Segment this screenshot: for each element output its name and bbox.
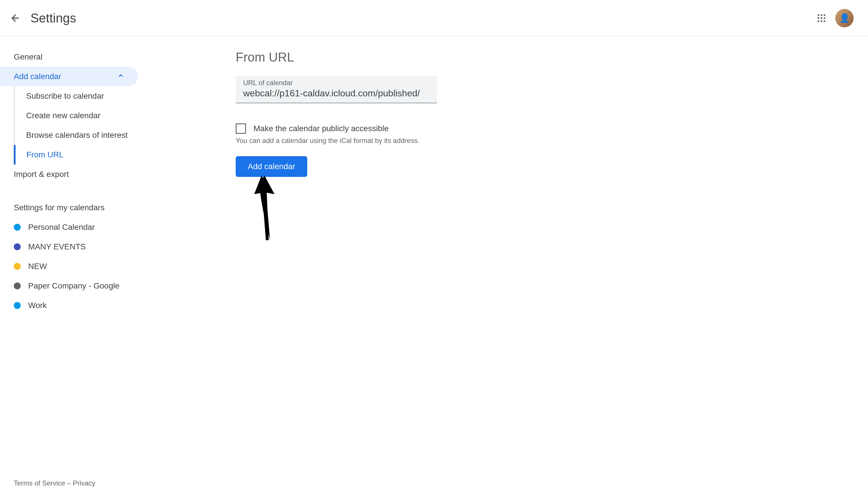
calendar-name: NEW — [28, 262, 47, 271]
svg-point-6 — [818, 20, 819, 22]
svg-point-0 — [818, 14, 819, 16]
sidebar: General Add calendar Subscribe to calend… — [0, 36, 150, 493]
calendar-name: Personal Calendar — [28, 222, 95, 232]
svg-point-1 — [821, 14, 822, 16]
sidebar-subitem-subscribe[interactable]: Subscribe to calendar — [14, 86, 150, 106]
header-right: 👤 — [815, 9, 860, 27]
annotation-arrow-icon — [253, 175, 276, 244]
calendar-name: Work — [28, 301, 47, 310]
privacy-link[interactable]: Privacy — [73, 479, 95, 487]
back-arrow-icon[interactable] — [8, 11, 22, 25]
sidebar-subitem-from-url[interactable]: From URL — [14, 145, 150, 165]
calendar-color-dot — [14, 243, 21, 250]
url-input[interactable] — [243, 87, 429, 99]
header: Settings 👤 — [0, 0, 868, 36]
calendar-item-many-events[interactable]: MANY EVENTS — [0, 237, 150, 257]
footer-separator: – — [65, 479, 73, 487]
url-input-label: URL of calendar — [243, 79, 429, 87]
calendar-item-new[interactable]: NEW — [0, 257, 150, 276]
calendar-item-paper-company[interactable]: Paper Company - Google — [0, 276, 150, 296]
calendar-color-dot — [14, 302, 21, 309]
apps-grid-icon[interactable] — [815, 11, 828, 25]
svg-point-4 — [821, 17, 822, 19]
main-container: General Add calendar Subscribe to calend… — [0, 36, 868, 493]
url-input-field[interactable]: URL of calendar — [236, 76, 437, 103]
public-checkbox[interactable] — [236, 123, 246, 134]
chevron-up-icon — [117, 72, 124, 81]
svg-point-8 — [824, 20, 825, 22]
sidebar-section-title: Settings for my calendars — [0, 198, 150, 217]
sidebar-item-import-export[interactable]: Import & export — [0, 165, 150, 184]
svg-point-2 — [824, 14, 825, 16]
content-title: From URL — [236, 50, 868, 64]
avatar[interactable]: 👤 — [835, 9, 854, 27]
add-calendar-button[interactable]: Add calendar — [236, 156, 307, 177]
footer: Terms of Service – Privacy — [14, 479, 95, 487]
content: From URL URL of calendar Make the calend… — [150, 36, 868, 493]
help-text: You can add a calendar using the iCal fo… — [236, 137, 868, 145]
sidebar-item-general[interactable]: General — [0, 47, 150, 67]
checkbox-label: Make the calendar publicly accessible — [253, 124, 389, 133]
sidebar-item-add-calendar[interactable]: Add calendar — [0, 67, 138, 86]
sidebar-subitem-create-new[interactable]: Create new calendar — [14, 106, 150, 125]
calendar-color-dot — [14, 282, 21, 290]
calendar-color-dot — [14, 224, 21, 231]
calendar-item-personal[interactable]: Personal Calendar — [0, 217, 150, 237]
calendar-name: MANY EVENTS — [28, 242, 86, 251]
calendar-name: Paper Company - Google — [28, 281, 119, 291]
svg-point-3 — [818, 17, 819, 19]
terms-link[interactable]: Terms of Service — [14, 479, 65, 487]
svg-point-7 — [821, 20, 822, 22]
calendar-item-work[interactable]: Work — [0, 296, 150, 315]
sidebar-item-label: Add calendar — [14, 72, 61, 81]
sidebar-subitem-browse[interactable]: Browse calendars of interest — [14, 125, 150, 145]
page-title: Settings — [30, 11, 76, 25]
checkbox-row: Make the calendar publicly accessible — [236, 123, 868, 134]
calendar-color-dot — [14, 263, 21, 270]
svg-point-5 — [824, 17, 825, 19]
